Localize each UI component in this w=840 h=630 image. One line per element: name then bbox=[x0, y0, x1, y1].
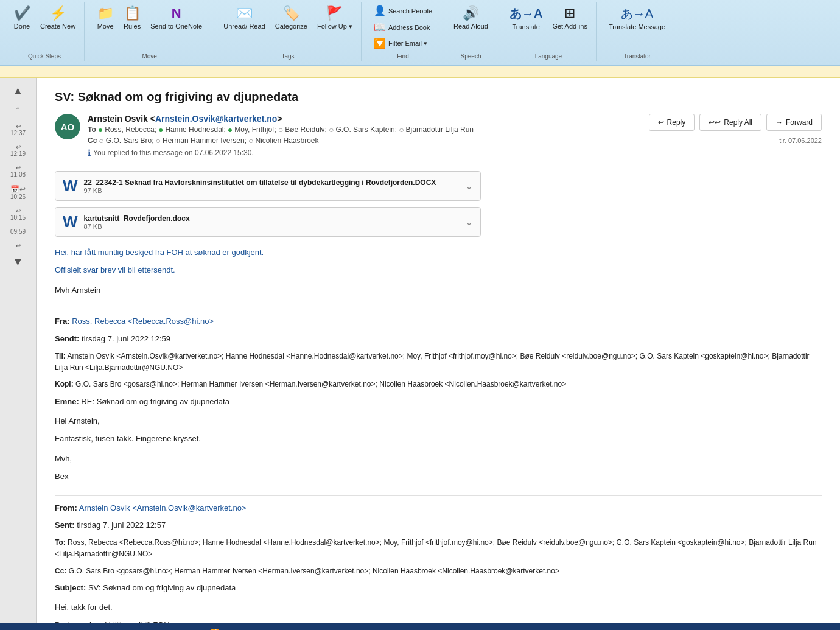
to2-field: Til: Arnstein Osvik <Arnstein.Osvik@kart… bbox=[55, 351, 822, 374]
create-new-button[interactable]: ⚡ Create New bbox=[37, 4, 79, 32]
reply-all-icon: ↩↩ bbox=[709, 118, 721, 127]
word-icon-2: W bbox=[63, 212, 78, 231]
sidebar-item-3[interactable]: ↩ 11:08 bbox=[9, 162, 27, 180]
sidebar-item-6[interactable]: 09:59 bbox=[9, 226, 27, 237]
translate-message-icon: あ→A bbox=[621, 5, 653, 22]
unread-icon: ✉️ bbox=[236, 5, 253, 21]
sidebar-item-1[interactable]: ↩ 12:37 bbox=[9, 121, 27, 139]
speech-group: 🔊 Read Aloud Speech bbox=[445, 2, 497, 61]
attachment-2[interactable]: W kartutsnitt_Rovdefjorden.docx 87 KB ⌄ bbox=[55, 207, 481, 237]
reply-icon: ↩ bbox=[658, 118, 664, 127]
dot-gray-5: ○ bbox=[156, 136, 161, 145]
sidebar-item-7[interactable]: ↩ bbox=[15, 240, 22, 251]
reply-all-button[interactable]: ↩↩ Reply All bbox=[699, 114, 761, 131]
sidebar-reply-icon-2: ↩ bbox=[10, 144, 26, 150]
sender-avatar: AO bbox=[55, 114, 80, 139]
attachment-1-name: 22_22342-1 Søknad fra Havforskninsinstit… bbox=[84, 178, 436, 187]
sidebar-item-2[interactable]: ↩ 12:19 bbox=[9, 141, 27, 159]
sidebar-scroll-up2[interactable]: ↑ bbox=[13, 102, 23, 118]
email-subject: SV: Søknad om og frigiving av djupnedata bbox=[55, 90, 822, 104]
from3-link[interactable]: Arnstein Osvik <Arnstein.Osvik@kartverke… bbox=[79, 503, 247, 513]
tags-label: Tags bbox=[281, 53, 294, 60]
body-line2: Offisielt svar brev vil bli ettersendt. bbox=[55, 264, 822, 277]
email-date: tir. 07.06.2022 bbox=[779, 137, 822, 144]
translator-label: Translator bbox=[623, 53, 651, 60]
action-buttons: ↩ Reply ↩↩ Reply All → Forward bbox=[649, 114, 822, 131]
language-label: Language bbox=[535, 53, 562, 60]
from-link[interactable]: Ross, Rebecca <Rebecca.Ross@hi.no> bbox=[72, 317, 214, 326]
email-header: AO Arnstein Osvik <Arnstein.Osvik@kartve… bbox=[55, 114, 474, 158]
unread-read-button[interactable]: ✉️ Unread/ Read bbox=[220, 4, 269, 32]
categorize-button[interactable]: 🏷️ Categorize bbox=[271, 4, 311, 32]
body-opening: Hei, har fått muntlig beskjed fra FOH at… bbox=[55, 247, 822, 259]
status-bar: All folders are up to date. Connected to… bbox=[0, 623, 840, 630]
move-button[interactable]: 📁 Move bbox=[93, 4, 117, 32]
sidebar-scroll-down[interactable]: ▼ bbox=[11, 254, 26, 270]
move-icon: 📁 bbox=[97, 5, 114, 21]
body-mvh1: Mvh Arnstein bbox=[55, 284, 822, 297]
quoted3-message: Da har søknad blitt sendt til FOH. bbox=[55, 619, 822, 623]
forward-button[interactable]: → Forward bbox=[766, 114, 822, 131]
sender-info: Arnstein Osvik <Arnstein.Osvik@kartverke… bbox=[88, 114, 474, 158]
quoted-email-2: From: Arnstein Osvik <Arnstein.Osvik@kar… bbox=[55, 495, 822, 623]
dot-green-1: ● bbox=[98, 125, 103, 135]
translator-group: あ→A Translate Message Translator bbox=[600, 2, 674, 61]
quoted-message: Fantastisk, tusen takk. Fingerene krysse… bbox=[55, 433, 822, 446]
categorize-icon: 🏷️ bbox=[283, 5, 299, 21]
language-buttons: あ→A Translate ⊞ Get Add-ins bbox=[506, 4, 591, 32]
rules-icon: 📋 bbox=[124, 5, 141, 21]
send-to-onenote-button[interactable]: N Send to OneNote bbox=[147, 4, 206, 32]
sidebar-scroll-up[interactable]: ▲ bbox=[11, 83, 26, 99]
quoted-greeting: Hei Arnstein, bbox=[55, 415, 822, 428]
done-button[interactable]: ✔️ Done bbox=[10, 4, 34, 32]
quoted3-greeting: Hei, takk for det. bbox=[55, 601, 822, 614]
dot-green-2: ● bbox=[158, 125, 163, 135]
sent3-field: Sent: tirsdag 7. juni 2022 12:57 bbox=[55, 519, 822, 532]
search-people-button[interactable]: 👤 Search People bbox=[370, 4, 436, 18]
sidebar-item-5[interactable]: ↩ 10:15 bbox=[9, 205, 27, 223]
speech-label: Speech bbox=[461, 53, 481, 60]
sidebar-item-4[interactable]: 📅↩ 10:26 bbox=[9, 183, 27, 203]
filter-email-button[interactable]: 🔽 Filter Email ▾ bbox=[370, 37, 431, 51]
replied-notice: ℹ You replied to this message on 07.06.2… bbox=[88, 148, 474, 158]
sidebar: ▲ ↑ ↩ 12:37 ↩ 12:19 ↩ 11:08 📅↩ 10:26 ↩ 1… bbox=[0, 78, 37, 623]
follow-up-button[interactable]: 🚩 Follow Up ▾ bbox=[313, 4, 356, 32]
address-book-button[interactable]: 📖 Address Book bbox=[370, 20, 433, 34]
filter-email-icon: 🔽 bbox=[374, 38, 386, 49]
content-area: ▲ ↑ ↩ 12:37 ↩ 12:19 ↩ 11:08 📅↩ 10:26 ↩ 1… bbox=[0, 78, 840, 623]
sender-email[interactable]: Arnstein.Osvik@kartverket.no bbox=[155, 114, 277, 124]
attachment-2-chevron: ⌄ bbox=[465, 216, 473, 228]
tags-group: ✉️ Unread/ Read 🏷️ Categorize 🚩 Follow U… bbox=[215, 2, 362, 61]
move-buttons: 📁 Move 📋 Rules N Send to OneNote bbox=[93, 4, 206, 32]
dot-gray-1: ○ bbox=[278, 125, 283, 135]
quick-steps-buttons: ✔️ Done ⚡ Create New bbox=[10, 4, 79, 32]
sidebar-reply-icon-5: ↩ bbox=[10, 208, 26, 214]
translate-button[interactable]: あ→A Translate bbox=[506, 4, 546, 32]
sent-field: Sendt: tirsdag 7. juni 2022 12:59 bbox=[55, 333, 822, 346]
read-aloud-button[interactable]: 🔊 Read Aloud bbox=[450, 4, 492, 32]
reply-button[interactable]: ↩ Reply bbox=[649, 114, 695, 131]
dot-green-3: ● bbox=[228, 125, 233, 135]
to-label: To bbox=[88, 125, 96, 134]
quick-steps-label: Quick Steps bbox=[28, 53, 61, 60]
create-new-icon: ⚡ bbox=[50, 5, 66, 21]
dot-gray-3: ○ bbox=[399, 125, 404, 135]
attachment-1[interactable]: W 22_22342-1 Søknad fra Havforskninsinst… bbox=[55, 171, 481, 201]
get-addins-button[interactable]: ⊞ Get Add-ins bbox=[548, 4, 590, 32]
subject3-field: Subject: SV: Søknad om og frigiving av d… bbox=[55, 582, 822, 595]
cc2-field: Kopi: G.O. Sars Bro <gosars@hi.no>; Herm… bbox=[55, 379, 822, 390]
yellow-bar bbox=[0, 66, 840, 78]
attachment-1-size: 97 KB bbox=[84, 187, 436, 194]
sidebar-reply-icon-3: ↩ bbox=[10, 164, 26, 171]
word-icon-1: W bbox=[63, 177, 78, 195]
from3-field: From: Arnstein Osvik <Arnstein.Osvik@kar… bbox=[55, 502, 822, 515]
attachment-2-info: kartutsnitt_Rovdefjorden.docx 87 KB bbox=[84, 214, 190, 230]
follow-up-icon: 🚩 bbox=[326, 5, 343, 21]
dot-gray-4: ○ bbox=[99, 136, 103, 145]
translate-message-button[interactable]: あ→A Translate Message bbox=[605, 4, 669, 32]
tags-buttons: ✉️ Unread/ Read 🏷️ Categorize 🚩 Follow U… bbox=[220, 4, 356, 32]
cc3-field: Cc: G.O. Sars Bro <gosars@hi.no>; Herman… bbox=[55, 565, 822, 577]
attachment-2-name: kartutsnitt_Rovdefjorden.docx bbox=[84, 214, 190, 223]
rules-button[interactable]: 📋 Rules bbox=[120, 4, 144, 32]
sidebar-reply-icon-7: ↩ bbox=[16, 242, 21, 249]
